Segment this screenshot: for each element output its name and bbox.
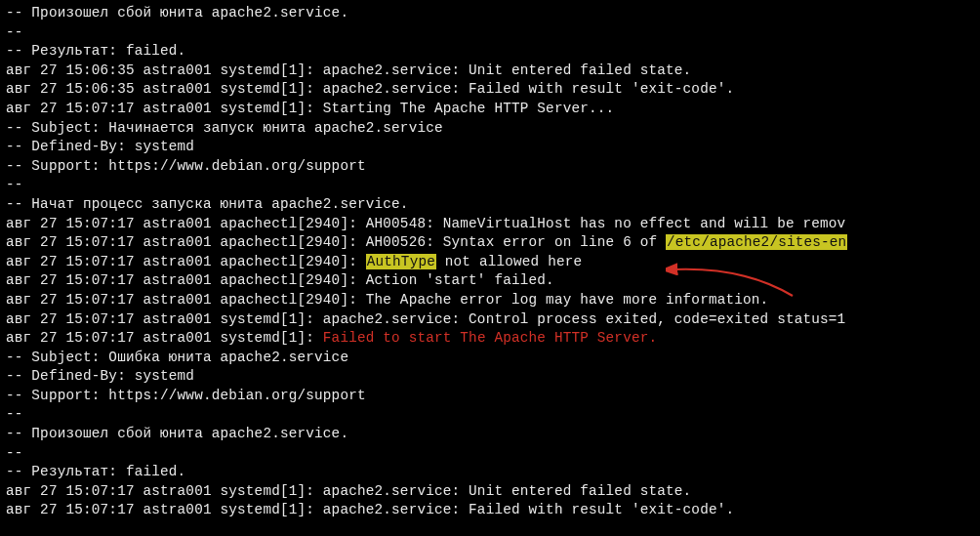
log-text: авг 27 15:07:17 astra001 apachectl[2940]… [6, 292, 768, 308]
log-line: -- Произошел сбой юнита apache2.service. [6, 426, 348, 441]
log-line: авг 27 15:07:17 astra001 apachectl[2940]… [6, 234, 847, 250]
log-line: -- Результат: failed. [6, 43, 185, 59]
log-line: авг 27 15:07:17 astra001 apachectl[2940]… [6, 254, 582, 269]
log-text: -- Результат: failed. [6, 43, 185, 59]
log-text: авг 27 15:07:17 astra001 apachectl[2940]… [6, 234, 666, 250]
log-text: -- Defined-By: systemd [6, 368, 194, 384]
log-text: авг 27 15:07:17 astra001 systemd[1]: apa… [6, 483, 691, 499]
log-text: -- Произошел сбой юнита apache2.service. [6, 5, 348, 21]
log-line: авг 27 15:07:17 astra001 apachectl[2940]… [6, 292, 768, 308]
log-text: -- Support: https://www.debian.org/suppo… [6, 158, 366, 174]
log-line: -- [6, 445, 23, 461]
log-text: авг 27 15:07:17 astra001 apachectl[2940]… [6, 254, 366, 269]
highlight-text: /etc/apache2/sites-en [666, 234, 847, 250]
log-text: not allowed here [436, 254, 582, 269]
log-text: авг 27 15:07:17 astra001 apachectl[2940]… [6, 216, 845, 231]
log-text: авг 27 15:07:17 astra001 systemd[1]: [6, 330, 323, 346]
log-line: -- Support: https://www.debian.org/suppo… [6, 388, 366, 403]
error-text: Failed to start The Apache HTTP Server. [323, 330, 657, 346]
log-line: авг 27 15:07:17 astra001 apachectl[2940]… [6, 216, 845, 231]
log-line: -- [6, 406, 23, 422]
log-text: авг 27 15:07:17 astra001 apachectl[2940]… [6, 272, 554, 288]
log-line: авг 27 15:06:35 astra001 systemd[1]: apa… [6, 81, 734, 97]
log-line: авг 27 15:07:17 astra001 apachectl[2940]… [6, 272, 554, 288]
log-line: -- [6, 24, 23, 40]
log-text: -- [6, 406, 23, 422]
log-line: -- Subject: Начинается запуск юнита apac… [6, 120, 443, 136]
highlight-text: AuthType [366, 254, 436, 269]
log-line: авг 27 15:07:17 astra001 systemd[1]: Sta… [6, 101, 614, 116]
log-text: авг 27 15:06:35 astra001 systemd[1]: apa… [6, 81, 734, 97]
log-line: -- Начат процесс запуска юнита apache2.s… [6, 196, 409, 212]
log-line: -- [6, 177, 23, 192]
log-text: авг 27 15:07:17 astra001 systemd[1]: apa… [6, 502, 734, 517]
log-text: -- Defined-By: systemd [6, 139, 194, 154]
log-line: -- Произошел сбой юнита apache2.service. [6, 5, 348, 21]
log-text: -- Результат: failed. [6, 464, 185, 479]
log-text: -- [6, 445, 23, 461]
terminal-output: -- Произошел сбой юнита apache2.service.… [0, 0, 980, 524]
log-line: авг 27 15:06:35 astra001 systemd[1]: apa… [6, 62, 691, 78]
log-text: -- [6, 24, 23, 40]
log-text: -- Subject: Ошибка юнита apache2.service [6, 350, 348, 365]
log-line: авг 27 15:07:17 astra001 systemd[1]: apa… [6, 483, 691, 499]
log-line: -- Defined-By: systemd [6, 139, 194, 154]
log-line: -- Результат: failed. [6, 464, 185, 479]
log-text: -- Support: https://www.debian.org/suppo… [6, 388, 366, 403]
log-text: -- Произошел сбой юнита apache2.service. [6, 426, 348, 441]
log-text: авг 27 15:06:35 astra001 systemd[1]: apa… [6, 62, 691, 78]
log-line: авг 27 15:07:17 astra001 systemd[1]: apa… [6, 311, 845, 327]
log-text: авг 27 15:07:17 astra001 systemd[1]: apa… [6, 311, 845, 327]
log-line: -- Support: https://www.debian.org/suppo… [6, 158, 366, 174]
log-text: -- [6, 177, 23, 192]
log-line: авг 27 15:07:17 astra001 systemd[1]: Fai… [6, 330, 657, 346]
log-text: -- Начат процесс запуска юнита apache2.s… [6, 196, 409, 212]
log-line: -- Subject: Ошибка юнита apache2.service [6, 350, 348, 365]
log-line: -- Defined-By: systemd [6, 368, 194, 384]
log-text: -- Subject: Начинается запуск юнита apac… [6, 120, 443, 136]
log-text: авг 27 15:07:17 astra001 systemd[1]: Sta… [6, 101, 614, 116]
log-line: авг 27 15:07:17 astra001 systemd[1]: apa… [6, 502, 734, 517]
